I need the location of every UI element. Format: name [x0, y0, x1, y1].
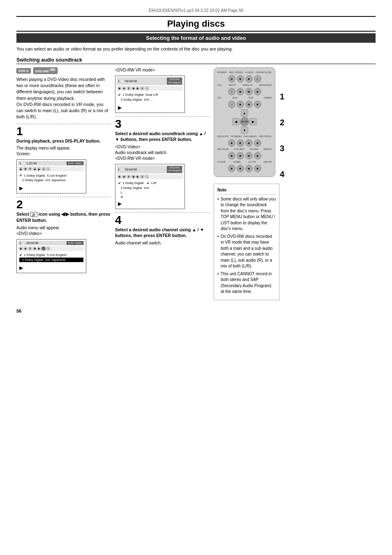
btn-23hrs[interactable]: ◉ [245, 152, 253, 159]
s2-icon2: ■ [23, 246, 28, 251]
btn-power[interactable]: ⏻ [228, 75, 235, 83]
step1-instruction: During playback, press DIS-PLAY button. [16, 138, 111, 144]
lbl-audio: AUDIO [245, 71, 253, 74]
step2-number: 2 [16, 199, 111, 210]
lbl-dvd-menu: DVD MENU [244, 135, 257, 138]
s1-icon7: 🔍 [46, 167, 50, 171]
step3-dvd-video-label: <DVD-Video>Audio soundtrack will switch.… [115, 144, 210, 161]
right-column: POWER REC SPEED AUDIO OPEN/CLOSE ⏻ ◉ ◉ △… [214, 67, 279, 300]
step2-screen: 1 🕐 00:00:00 DVD-Video ▶ ■ ⏸ ◀ ▶ 🔊 🔍 ✔ 1… [16, 239, 86, 273]
btn-vcr-rec[interactable]: ◉ [237, 152, 244, 159]
lbl-home: HOME [233, 161, 241, 163]
vr-s5: ▶ [136, 86, 140, 90]
remote-wrapper: POWER REC SPEED AUDIO OPEN/CLOSE ⏻ ◉ ◉ △… [214, 67, 275, 177]
btn-rec-otr[interactable]: ◉ [228, 139, 235, 147]
btn-trk-prog[interactable]: ◉ [254, 139, 261, 147]
step1-sub: The display menu will appear.Screen: [16, 145, 111, 157]
step1-screen-icons: ▶ ■ ⏸ ◀ ▶ 🔊 🔍 [18, 166, 85, 171]
lbl-clear: CLEAR [217, 161, 226, 163]
vr-screen-after-icons: ▶ ■ ⏸ ◀ ▶ 🔊 🔍 [117, 174, 183, 179]
lbl-23hrs: 23 HRS [250, 148, 258, 150]
remote-row5-labels: REC/DUB VCR REC 23 HRS SPACE [217, 148, 272, 150]
vr-screen-before-header: 1 🕐 00:00:00 DVD-RWVR Original [117, 77, 183, 85]
lbl-rec-dub: REC/DUB [217, 148, 228, 150]
vr-s7: 🔍 [145, 86, 149, 90]
vr-screen-before-icons: ▶ ■ ⏸ ◀ ▶ 🔊 🔍 [117, 86, 183, 91]
remote-row4-labels: REC/OTR YR MENU DVD MENU TRK PROG [217, 135, 272, 138]
remote-step-label-3: 3 [280, 144, 284, 153]
page-title-bar: Playing discs [16, 16, 376, 32]
step4-sub: Audio channel will switch. [115, 240, 210, 246]
btn-manager[interactable]: ◉ [254, 88, 261, 95]
lbl-track-prog: TRK PROG [259, 135, 272, 138]
s1-icon4: ◀ [32, 167, 37, 171]
step2-row1: ✔ 1 Dolby Digital 5.1ch English [19, 253, 83, 258]
btn-vcr[interactable]: ◉ [245, 101, 253, 108]
nav-left-btn[interactable]: ◀ [232, 118, 240, 125]
vr-a-row2: 2 Dolby Digital 2ch [118, 186, 182, 190]
remote-row5: ◉ ◉ ◉ ◉ [217, 152, 272, 159]
s1-icon2: ■ [23, 167, 28, 171]
vr-screen-after-play: ▶ [117, 200, 183, 207]
step1-screen-body: ✔ 1 Dolby Digital 5.1ch English 2 Dolby … [18, 172, 85, 184]
nav-right-btn[interactable]: ▶ [249, 118, 257, 125]
btn-rec-speed[interactable]: ◉ [237, 75, 244, 83]
vr-s6: 🔊 [140, 86, 144, 90]
step1-row1: ✔ 1 Dolby Digital 5.1ch English [19, 173, 83, 178]
btn-21hr[interactable]: ◉ [245, 165, 253, 172]
btn-ch-minus[interactable]: − [228, 101, 235, 108]
step2-screen-badge: DVD-Video [67, 241, 83, 245]
main-layout: DVD-V DVD-RW VR When playing a DVD-Video… [16, 67, 376, 300]
note-list: Some discs will only allow you to change… [217, 196, 276, 295]
s1-icon1: ▶ [19, 167, 23, 171]
step3-number: 3 [115, 118, 210, 130]
btn-yr-menu[interactable]: ◉ [237, 139, 244, 147]
btn-timer[interactable]: ◉ [254, 101, 261, 108]
remote-row3: − ◉ ◉ ◉ [217, 101, 272, 108]
nav-down-btn[interactable]: ▼ [241, 127, 248, 134]
vr-screen-after-time: 1 🕐 00:00:00 [118, 168, 137, 171]
step1-divider [16, 124, 111, 124]
step3-instruction: Select a desired audio soundtrack using … [115, 131, 210, 143]
nav-cross: ▲ ▼ ◀ ▶ ENTER [232, 109, 257, 134]
lbl-ch-minus: CH- [217, 97, 222, 99]
vr-a-row4: R [118, 195, 182, 199]
vr-a-s7: 🔍 [145, 175, 149, 179]
btn-input[interactable]: ◉ [237, 88, 244, 95]
dvdrw-icon: DVD-RW VR [33, 67, 58, 74]
lbl-ch-plus: CH+ [217, 84, 222, 86]
btn-open-close[interactable]: △ [254, 75, 261, 83]
btn-display[interactable]: ◉ [245, 88, 253, 95]
lbl-power: POWER [217, 71, 227, 74]
remote-row6-labels: CLEAR HOME 2:1 HR AM-FM [217, 161, 272, 163]
step2-screen-header: 1 🕐 00:00:00 DVD-Video [18, 241, 85, 245]
btn-home[interactable]: ◉ [237, 165, 244, 172]
nav-up-btn[interactable]: ▲ [241, 109, 248, 117]
remote-control: POWER REC SPEED AUDIO OPEN/CLOSE ⏻ ◉ ◉ △… [214, 67, 275, 177]
btn-audio[interactable]: ◉ [245, 75, 253, 83]
vr-a-s3: ⏸ [127, 175, 131, 179]
remote-row1: ⏻ ◉ ◉ △ [217, 75, 272, 83]
btn-clear[interactable]: ◉ [228, 165, 235, 172]
s1-icon5: ▶ [37, 167, 41, 171]
vr-a-s6: 🔊 [140, 175, 144, 179]
remote-step-labels: 1 2 3 4 [280, 92, 284, 179]
vr-mode-label-before: <DVD-RW VR mode> [115, 67, 210, 73]
vr-a-s2: ■ [122, 175, 126, 179]
btn-am-fm[interactable]: ◉ [254, 165, 261, 172]
vr-screen-after: 1 🕐 00:00:00 DVD-RWVR Original ▶ ■ ⏸ ◀ ▶… [115, 164, 185, 209]
step4-divider [115, 212, 210, 213]
btn-rec-dub[interactable]: ◉ [228, 152, 235, 159]
s2-icon-audio-selected: 🔊 [42, 246, 46, 251]
step2-instruction: Select 🔊 icon using ◀/▶ buttons, then pr… [16, 211, 111, 223]
intro-text: You can select an audio or video format … [16, 46, 376, 52]
lbl-input: INPUT [229, 84, 236, 86]
btn-ch-plus[interactable]: + [228, 88, 235, 95]
btn-dvd[interactable]: ◉ [237, 101, 244, 108]
nav-enter-btn[interactable]: ENTER [240, 117, 249, 126]
lbl-vcr: VCR [248, 97, 254, 99]
btn-space[interactable]: ◉ [254, 152, 261, 159]
page-meta: E9410UD(EN/SP)v1.qx3 04.3.22 10:02 AM Pa… [16, 8, 376, 13]
vr-screen-before-play: ▶ [117, 104, 183, 111]
btn-dvd-menu[interactable]: ◉ [245, 139, 253, 147]
